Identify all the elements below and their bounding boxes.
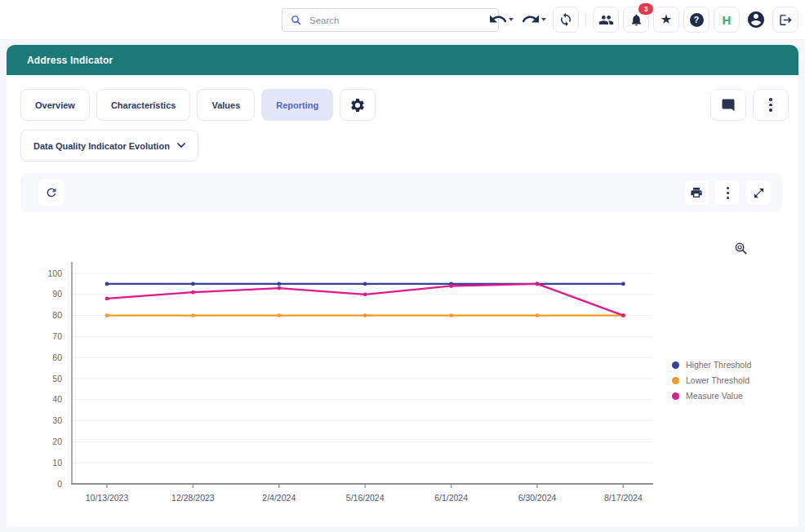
- more-options-button[interactable]: [753, 89, 789, 121]
- svg-text:30: 30: [52, 415, 62, 425]
- star-icon: ★: [660, 13, 672, 26]
- users-icon: [598, 12, 614, 28]
- dq-evolution-chart: 010203040506070809010010/13/202312/28/20…: [7, 247, 684, 521]
- svg-text:5/16/2024: 5/16/2024: [346, 493, 385, 503]
- top-navigation-bar: 3 ★ ? H: [0, 0, 805, 40]
- user-avatar-icon: [746, 10, 766, 29]
- svg-text:100: 100: [47, 268, 62, 278]
- magnifier-zoom-icon: [734, 242, 748, 255]
- sync-icon: [558, 12, 573, 27]
- legend-item-lower-threshold[interactable]: Lower Threshold: [672, 375, 751, 385]
- tab-label: Reporting: [276, 100, 318, 110]
- undo-history-caret[interactable]: [509, 18, 514, 21]
- redo-icon: [523, 14, 539, 25]
- notifications-button[interactable]: 3: [623, 7, 649, 33]
- svg-text:6/1/2024: 6/1/2024: [434, 493, 468, 503]
- svg-text:90: 90: [52, 289, 62, 299]
- svg-text:20: 20: [52, 437, 62, 446]
- svg-text:12/28/2023: 12/28/2023: [171, 493, 215, 503]
- sync-button[interactable]: [553, 7, 579, 33]
- printer-icon: [690, 186, 703, 199]
- gear-icon: [349, 97, 366, 113]
- svg-text:0: 0: [57, 479, 62, 489]
- svg-text:70: 70: [52, 331, 62, 341]
- legend-item-higher-threshold[interactable]: Higher Threshold: [672, 360, 751, 370]
- svg-text:10: 10: [52, 458, 62, 468]
- chart-toolbar-right: [684, 180, 771, 205]
- chart-area: 010203040506070809010010/13/202312/28/20…: [7, 247, 684, 521]
- search-icon: [291, 15, 301, 25]
- legend-dot: [672, 377, 679, 384]
- svg-text:60: 60: [52, 352, 62, 362]
- page-title: Address Indicator: [7, 55, 113, 66]
- tab-label: Characteristics: [111, 100, 176, 110]
- legend-dot: [672, 361, 679, 369]
- bell-icon: [629, 13, 643, 27]
- global-search[interactable]: [282, 8, 499, 32]
- kebab-icon: [727, 187, 729, 199]
- legend-label: Higher Threshold: [686, 360, 751, 370]
- undo-button[interactable]: [487, 7, 516, 32]
- refresh-icon: [45, 186, 58, 199]
- tab-settings-button[interactable]: [340, 89, 376, 121]
- tabs-row: Overview Characteristics Values Reportin…: [20, 89, 376, 121]
- tab-overview[interactable]: Overview: [20, 89, 90, 121]
- tab-characteristics[interactable]: Characteristics: [96, 89, 191, 121]
- chevron-down-icon: [177, 143, 185, 149]
- legend-dot: [672, 392, 679, 400]
- tab-values[interactable]: Values: [197, 89, 255, 121]
- account-button[interactable]: [744, 7, 768, 32]
- logout-icon: [779, 13, 793, 27]
- h-logo-icon: H: [723, 13, 732, 27]
- undo-icon: [490, 14, 506, 25]
- notification-badge: 3: [638, 3, 653, 15]
- kebab-icon: [769, 98, 772, 112]
- series-measure-value: [107, 284, 623, 316]
- search-input[interactable]: [308, 15, 490, 26]
- svg-text:10/13/2023: 10/13/2023: [86, 493, 129, 503]
- help-button[interactable]: ?: [683, 7, 709, 33]
- svg-text:40: 40: [52, 394, 62, 404]
- svg-text:80: 80: [52, 310, 62, 320]
- help-icon: ?: [690, 13, 704, 27]
- svg-text:2/4/2024: 2/4/2024: [262, 493, 296, 503]
- topbar-icons: 3 ★ ? H: [487, 7, 798, 33]
- redo-history-caret[interactable]: [541, 18, 546, 21]
- report-selector[interactable]: Data Quality Indicator Evolution: [20, 130, 198, 162]
- chart-options-button[interactable]: [715, 180, 740, 205]
- chart-toolbar: [20, 173, 782, 212]
- svg-text:8/17/2024: 8/17/2024: [604, 493, 643, 503]
- chart-zoom-button[interactable]: [730, 237, 751, 259]
- favorites-button[interactable]: ★: [653, 7, 679, 33]
- logout-button[interactable]: [772, 7, 798, 33]
- topbar-divider: [585, 12, 586, 27]
- panel-header: Address Indicator: [7, 45, 798, 75]
- panel-actions: [710, 89, 789, 121]
- comments-button[interactable]: [710, 89, 746, 121]
- legend-label: Measure Value: [686, 391, 743, 401]
- comment-icon: [721, 98, 736, 113]
- redo-button[interactable]: [520, 7, 549, 32]
- legend-item-measure-value[interactable]: Measure Value: [672, 391, 751, 401]
- legend-label: Lower Threshold: [686, 375, 749, 385]
- address-indicator-panel: Address Indicator Overview Characteristi…: [7, 45, 798, 526]
- users-button[interactable]: [593, 7, 619, 33]
- fullscreen-button[interactable]: [746, 180, 771, 205]
- h-app-button[interactable]: H: [714, 7, 740, 33]
- svg-text:6/30/2024: 6/30/2024: [518, 493, 557, 503]
- chart-legend: Higher ThresholdLower ThresholdMeasure V…: [672, 360, 751, 401]
- expand-icon: [753, 187, 765, 199]
- report-selector-label: Data Quality Indicator Evolution: [33, 141, 170, 151]
- tab-reporting[interactable]: Reporting: [261, 89, 333, 121]
- svg-text:50: 50: [52, 374, 62, 383]
- refresh-chart-button[interactable]: [38, 180, 64, 206]
- tab-label: Values: [211, 100, 240, 110]
- tab-label: Overview: [35, 100, 75, 110]
- print-button[interactable]: [684, 180, 709, 205]
